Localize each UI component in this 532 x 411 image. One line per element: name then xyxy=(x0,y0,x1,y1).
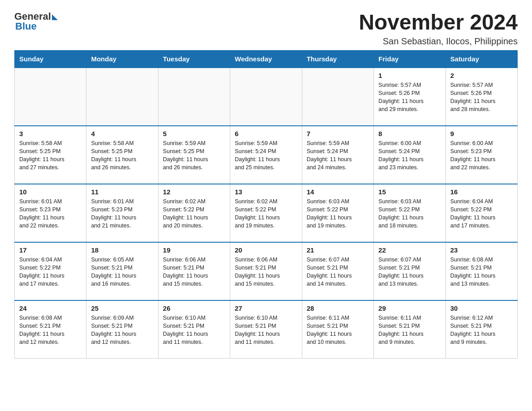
day-number: 27 xyxy=(235,304,297,312)
calendar-week-row: 10Sunrise: 6:01 AM Sunset: 5:23 PM Dayli… xyxy=(15,184,518,242)
day-number: 28 xyxy=(307,304,369,312)
calendar-cell: 19Sunrise: 6:06 AM Sunset: 5:21 PM Dayli… xyxy=(158,242,230,300)
day-number: 14 xyxy=(307,188,369,196)
day-number: 30 xyxy=(450,304,513,312)
calendar-cell: 21Sunrise: 6:07 AM Sunset: 5:21 PM Dayli… xyxy=(302,242,373,300)
day-number: 24 xyxy=(19,304,82,312)
calendar-week-row: 3Sunrise: 5:58 AM Sunset: 5:25 PM Daylig… xyxy=(15,126,518,184)
day-number: 21 xyxy=(307,246,369,254)
calendar-cell: 29Sunrise: 6:11 AM Sunset: 5:21 PM Dayli… xyxy=(374,300,446,359)
calendar-cell: 1Sunrise: 5:57 AM Sunset: 5:26 PM Daylig… xyxy=(374,68,446,126)
day-info: Sunrise: 5:57 AM Sunset: 5:26 PM Dayligh… xyxy=(450,82,496,112)
day-info: Sunrise: 6:01 AM Sunset: 5:23 PM Dayligh… xyxy=(91,198,136,229)
calendar-cell: 14Sunrise: 6:03 AM Sunset: 5:22 PM Dayli… xyxy=(302,184,373,242)
day-info: Sunrise: 6:12 AM Sunset: 5:21 PM Dayligh… xyxy=(450,315,496,345)
day-info: Sunrise: 6:11 AM Sunset: 5:21 PM Dayligh… xyxy=(378,315,424,345)
day-info: Sunrise: 5:59 AM Sunset: 5:25 PM Dayligh… xyxy=(163,140,208,171)
weekday-header-sunday: Sunday xyxy=(15,50,86,68)
day-number: 13 xyxy=(235,188,297,196)
day-number: 9 xyxy=(450,130,513,137)
day-info: Sunrise: 6:06 AM Sunset: 5:21 PM Dayligh… xyxy=(235,257,280,287)
day-number: 11 xyxy=(91,188,153,196)
calendar-cell: 7Sunrise: 5:59 AM Sunset: 5:24 PM Daylig… xyxy=(302,126,373,184)
calendar-cell xyxy=(302,68,373,126)
day-info: Sunrise: 5:58 AM Sunset: 5:25 PM Dayligh… xyxy=(91,140,136,171)
calendar-cell: 18Sunrise: 6:05 AM Sunset: 5:21 PM Dayli… xyxy=(86,242,158,300)
day-number: 17 xyxy=(19,246,82,254)
day-number: 19 xyxy=(163,246,225,254)
calendar-cell: 22Sunrise: 6:07 AM Sunset: 5:21 PM Dayli… xyxy=(374,242,446,300)
day-info: Sunrise: 6:04 AM Sunset: 5:22 PM Dayligh… xyxy=(450,198,496,229)
weekday-header-monday: Monday xyxy=(86,50,158,68)
calendar-cell: 24Sunrise: 6:08 AM Sunset: 5:21 PM Dayli… xyxy=(15,300,86,359)
calendar-cell: 8Sunrise: 6:00 AM Sunset: 5:24 PM Daylig… xyxy=(374,126,446,184)
calendar-cell: 17Sunrise: 6:04 AM Sunset: 5:22 PM Dayli… xyxy=(15,242,86,300)
day-number: 1 xyxy=(378,72,441,79)
calendar-table: SundayMondayTuesdayWednesdayThursdayFrid… xyxy=(14,50,518,359)
day-info: Sunrise: 6:07 AM Sunset: 5:21 PM Dayligh… xyxy=(378,257,424,287)
calendar-cell xyxy=(158,68,230,126)
calendar-cell xyxy=(86,68,158,126)
day-number: 25 xyxy=(91,304,153,312)
day-number: 5 xyxy=(163,130,225,137)
day-number: 26 xyxy=(163,304,225,312)
calendar-cell: 9Sunrise: 6:00 AM Sunset: 5:23 PM Daylig… xyxy=(446,126,517,184)
day-info: Sunrise: 5:59 AM Sunset: 5:24 PM Dayligh… xyxy=(307,140,352,171)
calendar-cell: 13Sunrise: 6:02 AM Sunset: 5:22 PM Dayli… xyxy=(230,184,302,242)
day-number: 8 xyxy=(378,130,441,137)
day-number: 10 xyxy=(19,188,82,196)
day-number: 20 xyxy=(235,246,297,254)
weekday-header-wednesday: Wednesday xyxy=(230,50,302,68)
day-number: 15 xyxy=(378,188,441,196)
calendar-cell: 28Sunrise: 6:11 AM Sunset: 5:21 PM Dayli… xyxy=(302,300,373,359)
calendar-week-row: 17Sunrise: 6:04 AM Sunset: 5:22 PM Dayli… xyxy=(15,242,518,300)
day-number: 3 xyxy=(19,130,82,137)
day-number: 29 xyxy=(378,304,441,312)
day-number: 7 xyxy=(307,130,369,137)
calendar-week-row: 1Sunrise: 5:57 AM Sunset: 5:26 PM Daylig… xyxy=(15,68,518,126)
day-info: Sunrise: 5:58 AM Sunset: 5:25 PM Dayligh… xyxy=(19,140,64,171)
day-info: Sunrise: 6:07 AM Sunset: 5:21 PM Dayligh… xyxy=(307,257,352,287)
weekday-header-friday: Friday xyxy=(374,50,446,68)
page-title: November 2024 xyxy=(359,11,518,34)
calendar-header-row: SundayMondayTuesdayWednesdayThursdayFrid… xyxy=(15,50,518,68)
page-subtitle: San Sebastian, Ilocos, Philippines xyxy=(359,36,518,47)
day-info: Sunrise: 6:02 AM Sunset: 5:22 PM Dayligh… xyxy=(235,198,280,229)
calendar-cell: 23Sunrise: 6:08 AM Sunset: 5:21 PM Dayli… xyxy=(446,242,517,300)
day-number: 18 xyxy=(91,246,153,254)
day-info: Sunrise: 6:10 AM Sunset: 5:21 PM Dayligh… xyxy=(235,315,280,345)
weekday-header-saturday: Saturday xyxy=(446,50,517,68)
day-info: Sunrise: 6:10 AM Sunset: 5:21 PM Dayligh… xyxy=(163,315,208,345)
calendar-cell: 11Sunrise: 6:01 AM Sunset: 5:23 PM Dayli… xyxy=(86,184,158,242)
day-info: Sunrise: 6:09 AM Sunset: 5:21 PM Dayligh… xyxy=(91,315,136,345)
calendar-cell: 3Sunrise: 5:58 AM Sunset: 5:25 PM Daylig… xyxy=(15,126,86,184)
day-number: 6 xyxy=(235,130,297,137)
day-number: 22 xyxy=(378,246,441,254)
calendar-cell: 12Sunrise: 6:02 AM Sunset: 5:22 PM Dayli… xyxy=(158,184,230,242)
calendar-cell: 6Sunrise: 5:59 AM Sunset: 5:24 PM Daylig… xyxy=(230,126,302,184)
calendar-cell: 30Sunrise: 6:12 AM Sunset: 5:21 PM Dayli… xyxy=(446,300,517,359)
calendar-cell: 4Sunrise: 5:58 AM Sunset: 5:25 PM Daylig… xyxy=(86,126,158,184)
calendar-cell: 10Sunrise: 6:01 AM Sunset: 5:23 PM Dayli… xyxy=(15,184,86,242)
logo: General Blue xyxy=(14,11,58,32)
day-info: Sunrise: 6:01 AM Sunset: 5:23 PM Dayligh… xyxy=(19,198,64,229)
day-info: Sunrise: 6:04 AM Sunset: 5:22 PM Dayligh… xyxy=(19,257,64,287)
calendar-cell: 16Sunrise: 6:04 AM Sunset: 5:22 PM Dayli… xyxy=(446,184,517,242)
day-number: 4 xyxy=(91,130,153,137)
day-number: 23 xyxy=(450,246,513,254)
day-info: Sunrise: 6:06 AM Sunset: 5:21 PM Dayligh… xyxy=(163,257,208,287)
day-info: Sunrise: 6:08 AM Sunset: 5:21 PM Dayligh… xyxy=(19,315,64,345)
day-number: 2 xyxy=(450,72,513,79)
calendar-cell: 27Sunrise: 6:10 AM Sunset: 5:21 PM Dayli… xyxy=(230,300,302,359)
title-block: November 2024 San Sebastian, Ilocos, Phi… xyxy=(359,11,518,47)
day-number: 12 xyxy=(163,188,225,196)
calendar-cell xyxy=(230,68,302,126)
day-info: Sunrise: 6:02 AM Sunset: 5:22 PM Dayligh… xyxy=(163,198,208,229)
weekday-header-thursday: Thursday xyxy=(302,50,373,68)
page-header: General Blue November 2024 San Sebastian… xyxy=(14,11,518,47)
day-info: Sunrise: 5:59 AM Sunset: 5:24 PM Dayligh… xyxy=(235,140,280,171)
calendar-cell: 20Sunrise: 6:06 AM Sunset: 5:21 PM Dayli… xyxy=(230,242,302,300)
day-info: Sunrise: 6:00 AM Sunset: 5:24 PM Dayligh… xyxy=(378,140,424,171)
calendar-cell xyxy=(15,68,86,126)
day-info: Sunrise: 6:00 AM Sunset: 5:23 PM Dayligh… xyxy=(450,140,496,171)
